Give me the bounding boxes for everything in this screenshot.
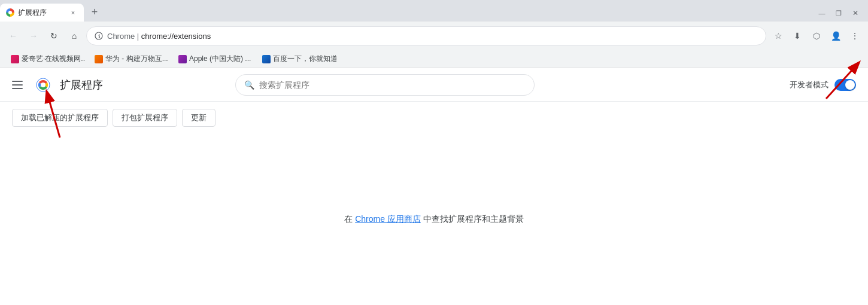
dev-mode-area: 开发者模式 (790, 79, 856, 91)
bookmark-item-3[interactable]: 百度一下，你就知道 (259, 53, 336, 65)
dev-mode-toggle[interactable] (834, 79, 856, 91)
address-bar-row: ← → ↻ ⌂ ℹ Chrome | chrome://extensions ☆… (0, 22, 868, 50)
bookmark-label-2: Apple (中国大陆) ... (189, 54, 251, 64)
profile-button[interactable]: 👤 (827, 28, 844, 44)
page-title: 扩展程序 (60, 78, 103, 92)
back-button[interactable]: ← (5, 28, 22, 44)
chrome-logo-icon (36, 78, 50, 92)
window-controls: — ❐ ✕ (814, 7, 868, 22)
bookmark-label-3: 百度一下，你就知道 (273, 54, 336, 64)
url-chrome-part: Chrome (107, 32, 135, 41)
url-path: chrome://extensions (141, 32, 211, 41)
update-button[interactable]: 更新 (182, 109, 216, 127)
bookmark-item-1[interactable]: 华为 - 构建万物互... (91, 53, 169, 65)
download-button[interactable]: ⬇ (789, 28, 806, 44)
hamburger-menu-button[interactable] (12, 78, 26, 92)
browser-window: 扩展程序 × + — ❐ ✕ ← → ↻ ⌂ (0, 0, 868, 305)
bookmark-label-1: 华为 - 构建万物互... (105, 54, 168, 64)
svg-point-3 (41, 83, 45, 87)
action-bar: 加载已解压的扩展程序 打包扩展程序 更新 (0, 102, 868, 134)
pack-button[interactable]: 打包扩展程序 (113, 109, 177, 127)
bookmark-item-2[interactable]: Apple (中国大陆) ... (175, 53, 253, 65)
tab-bar: 扩展程序 × + — ❐ ✕ (0, 0, 868, 22)
address-bar[interactable]: ℹ Chrome | chrome://extensions (86, 26, 766, 45)
url-display[interactable]: Chrome | chrome://extensions (107, 32, 758, 41)
bookmark-star-button[interactable]: ☆ (770, 28, 787, 44)
search-box[interactable]: 🔍 (235, 74, 535, 96)
toolbar-right: ☆ ⬇ ⬡ 👤 ⋮ (770, 28, 863, 44)
reload-button[interactable]: ↻ (45, 28, 62, 44)
load-unpacked-button[interactable]: 加载已解压的扩展程序 (12, 109, 108, 127)
dev-mode-label: 开发者模式 (790, 80, 828, 90)
security-icon: ℹ (94, 31, 104, 41)
tab-close-button[interactable]: × (68, 8, 78, 17)
bookmark-item-0[interactable]: 爱奇艺·在线视频网... (7, 53, 85, 65)
extensions-button[interactable]: ⬡ (808, 28, 825, 44)
restore-button[interactable]: ❐ (831, 7, 846, 19)
new-tab-button[interactable]: + (86, 4, 103, 20)
forward-button[interactable]: → (25, 28, 42, 44)
bookmark-favicon-0 (11, 55, 19, 63)
bookmark-favicon-2 (178, 55, 187, 63)
extensions-header: 扩展程序 🔍 开发者模式 (0, 68, 868, 102)
home-button[interactable]: ⌂ (66, 28, 83, 44)
close-button[interactable]: ✕ (848, 7, 863, 19)
bookmark-favicon-3 (262, 55, 271, 63)
search-input[interactable] (259, 80, 526, 90)
store-text-after: 中查找扩展程序和主题背景 (423, 214, 524, 224)
bookmarks-bar: 爱奇艺·在线视频网... 华为 - 构建万物互... Apple (中国大陆) … (0, 50, 868, 68)
bookmark-favicon-1 (95, 55, 103, 63)
chrome-store-link[interactable]: Chrome 应用商店 (355, 214, 421, 224)
tab-favicon (6, 8, 14, 17)
tab-title: 扩展程序 (18, 8, 65, 18)
svg-text:ℹ: ℹ (98, 33, 101, 39)
main-content-area: 在 Chrome 应用商店 中查找扩展程序和主题背景 (0, 134, 868, 305)
page-content: 扩展程序 🔍 开发者模式 加载已解压的扩展程序 打包扩展程序 更新 (0, 68, 868, 305)
search-icon: 🔍 (244, 80, 254, 90)
bookmark-label-0: 爱奇艺·在线视频网... (22, 54, 85, 64)
active-tab[interactable]: 扩展程序 × (0, 4, 84, 22)
more-menu-button[interactable]: ⋮ (846, 28, 863, 44)
minimize-button[interactable]: — (814, 7, 830, 19)
store-text-before: 在 (344, 214, 353, 224)
store-link-text: 在 Chrome 应用商店 中查找扩展程序和主题背景 (344, 214, 523, 225)
